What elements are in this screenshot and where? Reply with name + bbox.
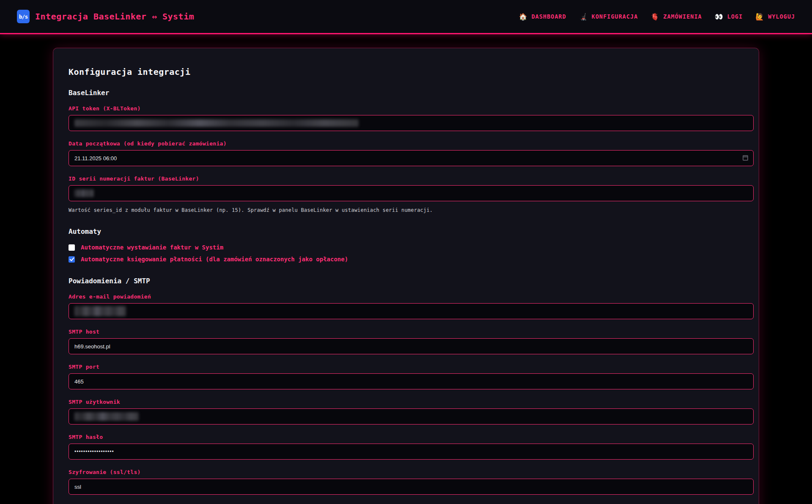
nav-item-konfiguracja[interactable]: 🦼 KONFIGURACJA — [579, 13, 638, 21]
censored-smtp-user-value — [74, 412, 139, 421]
censored-email-value — [74, 306, 126, 316]
calendar-icon[interactable] — [743, 155, 748, 161]
series-id-label: ID serii numeracji faktur (BaseLinker) — [69, 175, 743, 182]
field-smtp-user: SMTP użytkownik — [69, 399, 743, 425]
app-title: Integracja BaseLinker ⇔ Systim — [35, 11, 194, 22]
nav-item-zamowienia[interactable]: 🫀 ZAMÓWIENIA — [650, 13, 702, 21]
logo-text: b/s — [19, 14, 27, 20]
home-icon: 🏠 — [519, 13, 528, 21]
auto-invoices-checkbox[interactable] — [69, 244, 75, 251]
smtp-port-label: SMTP port — [69, 364, 743, 370]
auto-invoices-label[interactable]: Automatyczne wystawianie faktur w Systim — [81, 244, 223, 251]
nav-label: KONFIGURACJA — [592, 13, 638, 20]
field-api-token: API token (X-BLToken) — [69, 105, 743, 131]
eyes-icon: 👀 — [715, 13, 724, 21]
smtp-host-input[interactable] — [69, 338, 754, 354]
field-notify-email: Adres e-mail powiadomień — [69, 293, 743, 319]
nav-item-dashboard[interactable]: 🏠 DASHBOARD — [519, 13, 566, 21]
field-start-date: Data początkowa (od kiedy pobierać zamów… — [69, 140, 743, 166]
field-smtp-port: SMTP port — [69, 364, 743, 389]
smtp-password-input[interactable] — [69, 444, 754, 460]
field-encryption: Szyfrowanie (ssl/tls) — [69, 469, 743, 495]
series-id-input[interactable] — [69, 185, 754, 201]
field-smtp-host: SMTP host — [69, 329, 743, 354]
nav-label: ZAMÓWIENIA — [663, 13, 702, 20]
page-title: Konfiguracja integracji — [69, 67, 743, 77]
section-heading-baselinker: BaseLinker — [69, 89, 743, 97]
checkbox-row-auto-payments: Automatyczne księgowanie płatności (dla … — [69, 256, 743, 263]
smtp-password-label: SMTP hasło — [69, 434, 743, 440]
censored-api-token-value — [74, 119, 359, 127]
smtp-user-input[interactable] — [69, 408, 754, 425]
heart-icon: 🫀 — [650, 13, 659, 21]
top-navbar: b/s Integracja BaseLinker ⇔ Systim 🏠 DAS… — [0, 0, 812, 34]
api-token-label: API token (X-BLToken) — [69, 105, 743, 112]
checkbox-row-auto-invoices: Automatyczne wystawianie faktur w Systim — [69, 244, 743, 251]
wheelchair-icon: 🦼 — [579, 13, 588, 21]
nav-label: WYLOGUJ — [768, 13, 795, 20]
main-nav: 🏠 DASHBOARD 🦼 KONFIGURACJA 🫀 ZAMÓWIENIA … — [519, 13, 795, 21]
field-smtp-password: SMTP hasło — [69, 434, 743, 460]
encryption-input[interactable] — [69, 479, 754, 495]
section-heading-automaty: Automaty — [69, 227, 743, 236]
field-series-id: ID serii numeracji faktur (BaseLinker) W… — [69, 175, 743, 213]
notify-email-label: Adres e-mail powiadomień — [69, 293, 743, 300]
series-id-help-text: Wartość series_id z modułu faktur w Base… — [69, 207, 743, 213]
config-card: Konfiguracja integracji BaseLinker API t… — [53, 48, 759, 504]
nav-item-wyloguj[interactable]: 🙋 WYLOGUJ — [755, 13, 795, 21]
nav-label: LOGI — [727, 13, 743, 20]
smtp-user-label: SMTP użytkownik — [69, 399, 743, 405]
nav-label: DASHBOARD — [532, 13, 566, 20]
smtp-host-label: SMTP host — [69, 329, 743, 335]
api-token-input[interactable] — [69, 115, 754, 131]
start-date-label: Data początkowa (od kiedy pobierać zamów… — [69, 140, 743, 147]
app-logo: b/s — [17, 10, 30, 23]
auto-payments-label[interactable]: Automatyczne księgowanie płatności (dla … — [81, 256, 348, 263]
start-date-input[interactable] — [69, 150, 754, 166]
censored-series-id-value — [74, 189, 94, 197]
nav-item-logi[interactable]: 👀 LOGI — [715, 13, 743, 21]
smtp-port-input[interactable] — [69, 373, 754, 389]
encryption-label: Szyfrowanie (ssl/tls) — [69, 469, 743, 475]
person-raising-hand-icon: 🙋 — [755, 13, 764, 21]
brand: b/s Integracja BaseLinker ⇔ Systim — [17, 10, 194, 23]
section-heading-smtp: Powiadomienia / SMTP — [69, 277, 743, 285]
notify-email-input[interactable] — [69, 303, 754, 319]
auto-payments-checkbox[interactable] — [69, 256, 75, 263]
